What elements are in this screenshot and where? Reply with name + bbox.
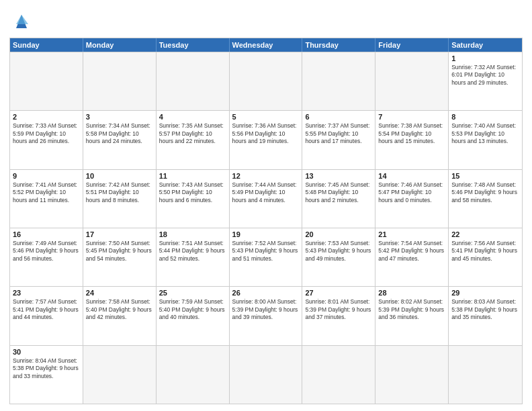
- calendar-cell: 5Sunrise: 7:36 AM Sunset: 5:56 PM Daylig…: [230, 111, 303, 169]
- calendar-row: 16Sunrise: 7:49 AM Sunset: 5:46 PM Dayli…: [10, 228, 522, 286]
- cal-header-day: Sunday: [10, 38, 83, 52]
- calendar-cell: 2Sunrise: 7:33 AM Sunset: 5:59 PM Daylig…: [10, 111, 83, 169]
- day-number: 28: [378, 289, 445, 297]
- header: [9, 7, 523, 34]
- day-number: 2: [13, 113, 80, 121]
- cal-header-day: Monday: [83, 38, 157, 52]
- calendar-cell: 3Sunrise: 7:34 AM Sunset: 5:58 PM Daylig…: [83, 111, 157, 169]
- calendar-cell: 23Sunrise: 7:57 AM Sunset: 5:41 PM Dayli…: [10, 287, 83, 345]
- day-info: Sunrise: 7:38 AM Sunset: 5:54 PM Dayligh…: [378, 122, 445, 145]
- day-number: 16: [13, 230, 80, 238]
- calendar-cell: [230, 346, 303, 404]
- calendar-row: 1Sunrise: 7:32 AM Sunset: 6:01 PM Daylig…: [10, 52, 522, 110]
- day-number: 10: [86, 172, 153, 180]
- day-info: Sunrise: 7:36 AM Sunset: 5:56 PM Dayligh…: [232, 122, 300, 145]
- calendar-cell: 15Sunrise: 7:48 AM Sunset: 5:46 PM Dayli…: [449, 170, 522, 228]
- day-number: 19: [232, 230, 300, 238]
- day-number: 4: [159, 113, 226, 121]
- day-number: 13: [305, 172, 372, 180]
- day-number: 9: [13, 172, 80, 180]
- day-number: 21: [378, 230, 445, 238]
- calendar-cell: [302, 52, 375, 110]
- day-info: Sunrise: 8:01 AM Sunset: 5:39 PM Dayligh…: [305, 298, 372, 321]
- page: SundayMondayTuesdayWednesdayThursdayFrid…: [0, 0, 532, 411]
- calendar-cell: 22Sunrise: 7:56 AM Sunset: 5:41 PM Dayli…: [449, 228, 522, 286]
- day-info: Sunrise: 7:32 AM Sunset: 6:01 PM Dayligh…: [451, 64, 519, 87]
- day-info: Sunrise: 7:41 AM Sunset: 5:52 PM Dayligh…: [13, 181, 80, 204]
- calendar-cell: 24Sunrise: 7:58 AM Sunset: 5:40 PM Dayli…: [83, 287, 157, 345]
- calendar-cell: 8Sunrise: 7:40 AM Sunset: 5:53 PM Daylig…: [449, 111, 522, 169]
- day-info: Sunrise: 7:45 AM Sunset: 5:48 PM Dayligh…: [305, 181, 372, 204]
- day-info: Sunrise: 8:00 AM Sunset: 5:39 PM Dayligh…: [232, 298, 300, 321]
- day-number: 23: [13, 289, 80, 297]
- day-info: Sunrise: 7:58 AM Sunset: 5:40 PM Dayligh…: [86, 298, 153, 321]
- day-number: 3: [86, 113, 153, 121]
- calendar-row: 2Sunrise: 7:33 AM Sunset: 5:59 PM Daylig…: [10, 110, 522, 169]
- calendar-cell: [157, 52, 230, 110]
- cal-header-day: Wednesday: [230, 38, 303, 52]
- day-number: 24: [86, 289, 153, 297]
- calendar-header: SundayMondayTuesdayWednesdayThursdayFrid…: [10, 38, 522, 52]
- calendar-cell: [230, 52, 303, 110]
- day-info: Sunrise: 7:50 AM Sunset: 5:45 PM Dayligh…: [86, 240, 153, 263]
- calendar-cell: 13Sunrise: 7:45 AM Sunset: 5:48 PM Dayli…: [302, 170, 375, 228]
- calendar-cell: 16Sunrise: 7:49 AM Sunset: 5:46 PM Dayli…: [10, 228, 83, 286]
- calendar-cell: 30Sunrise: 8:04 AM Sunset: 5:38 PM Dayli…: [10, 346, 83, 404]
- day-info: Sunrise: 7:40 AM Sunset: 5:53 PM Dayligh…: [451, 122, 519, 145]
- day-number: 11: [159, 172, 226, 180]
- calendar-body: 1Sunrise: 7:32 AM Sunset: 6:01 PM Daylig…: [10, 52, 522, 404]
- cal-header-day: Thursday: [302, 38, 375, 52]
- calendar-cell: 12Sunrise: 7:44 AM Sunset: 5:49 PM Dayli…: [230, 170, 303, 228]
- day-info: Sunrise: 7:44 AM Sunset: 5:49 PM Dayligh…: [232, 181, 300, 204]
- logo-icon: [9, 9, 34, 34]
- calendar-cell: 21Sunrise: 7:54 AM Sunset: 5:42 PM Dayli…: [375, 228, 449, 286]
- calendar-cell: 6Sunrise: 7:37 AM Sunset: 5:55 PM Daylig…: [302, 111, 375, 169]
- day-info: Sunrise: 7:49 AM Sunset: 5:46 PM Dayligh…: [13, 240, 80, 263]
- day-info: Sunrise: 7:51 AM Sunset: 5:44 PM Dayligh…: [159, 240, 226, 263]
- day-number: 7: [378, 113, 445, 121]
- calendar-cell: 7Sunrise: 7:38 AM Sunset: 5:54 PM Daylig…: [375, 111, 449, 169]
- calendar-cell: [449, 346, 522, 404]
- logo: [9, 9, 36, 34]
- day-number: 8: [451, 113, 519, 121]
- calendar-cell: [83, 52, 157, 110]
- day-info: Sunrise: 7:48 AM Sunset: 5:46 PM Dayligh…: [451, 181, 519, 204]
- calendar-cell: 27Sunrise: 8:01 AM Sunset: 5:39 PM Dayli…: [302, 287, 375, 345]
- calendar-cell: 26Sunrise: 8:00 AM Sunset: 5:39 PM Dayli…: [230, 287, 303, 345]
- day-number: 5: [232, 113, 300, 121]
- calendar-cell: 25Sunrise: 7:59 AM Sunset: 5:40 PM Dayli…: [157, 287, 230, 345]
- calendar-row: 23Sunrise: 7:57 AM Sunset: 5:41 PM Dayli…: [10, 286, 522, 345]
- day-number: 26: [232, 289, 300, 297]
- calendar-cell: [157, 346, 230, 404]
- day-number: 15: [451, 172, 519, 180]
- day-info: Sunrise: 7:52 AM Sunset: 5:43 PM Dayligh…: [232, 240, 300, 263]
- day-info: Sunrise: 7:35 AM Sunset: 5:57 PM Dayligh…: [159, 122, 226, 145]
- day-info: Sunrise: 7:57 AM Sunset: 5:41 PM Dayligh…: [13, 298, 80, 321]
- day-info: Sunrise: 7:53 AM Sunset: 5:43 PM Dayligh…: [305, 240, 372, 263]
- calendar-cell: 1Sunrise: 7:32 AM Sunset: 6:01 PM Daylig…: [449, 52, 522, 110]
- day-info: Sunrise: 8:04 AM Sunset: 5:38 PM Dayligh…: [13, 357, 80, 380]
- day-number: 27: [305, 289, 372, 297]
- day-info: Sunrise: 7:56 AM Sunset: 5:41 PM Dayligh…: [451, 240, 519, 263]
- day-info: Sunrise: 8:03 AM Sunset: 5:38 PM Dayligh…: [451, 298, 519, 321]
- day-number: 18: [159, 230, 226, 238]
- calendar-cell: 14Sunrise: 7:46 AM Sunset: 5:47 PM Dayli…: [375, 170, 449, 228]
- day-info: Sunrise: 7:34 AM Sunset: 5:58 PM Dayligh…: [86, 122, 153, 145]
- calendar-cell: [375, 346, 449, 404]
- cal-header-day: Tuesday: [157, 38, 230, 52]
- cal-header-day: Friday: [375, 38, 449, 52]
- day-info: Sunrise: 7:37 AM Sunset: 5:55 PM Dayligh…: [305, 122, 372, 145]
- calendar-cell: 10Sunrise: 7:42 AM Sunset: 5:51 PM Dayli…: [83, 170, 157, 228]
- calendar-cell: 9Sunrise: 7:41 AM Sunset: 5:52 PM Daylig…: [10, 170, 83, 228]
- day-info: Sunrise: 8:02 AM Sunset: 5:39 PM Dayligh…: [378, 298, 445, 321]
- day-number: 20: [305, 230, 372, 238]
- day-number: 12: [232, 172, 300, 180]
- day-info: Sunrise: 7:54 AM Sunset: 5:42 PM Dayligh…: [378, 240, 445, 263]
- calendar: SundayMondayTuesdayWednesdayThursdayFrid…: [9, 38, 523, 404]
- day-number: 1: [451, 54, 519, 62]
- day-number: 22: [451, 230, 519, 238]
- calendar-cell: 11Sunrise: 7:43 AM Sunset: 5:50 PM Dayli…: [157, 170, 230, 228]
- calendar-row: 30Sunrise: 8:04 AM Sunset: 5:38 PM Dayli…: [10, 345, 522, 404]
- calendar-cell: 18Sunrise: 7:51 AM Sunset: 5:44 PM Dayli…: [157, 228, 230, 286]
- day-info: Sunrise: 7:46 AM Sunset: 5:47 PM Dayligh…: [378, 181, 445, 204]
